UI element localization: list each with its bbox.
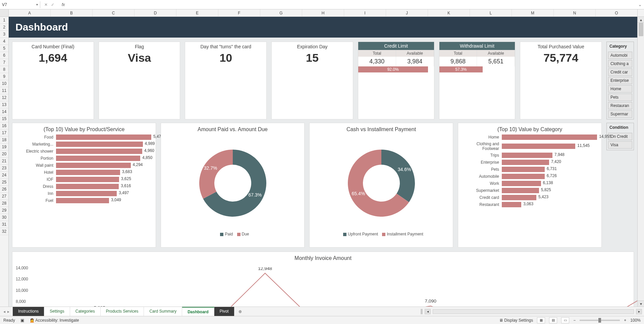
row-header[interactable]: 7 — [0, 59, 8, 66]
sheet-tab[interactable]: Categories — [70, 307, 101, 316]
row-header[interactable]: 28 — [0, 200, 8, 207]
accessibility-status[interactable]: 🙍 Accessibility: Investigate — [30, 318, 79, 323]
zoom-slider[interactable] — [580, 320, 620, 321]
sheet-tab[interactable]: Pivot — [214, 307, 234, 316]
slicer-item[interactable]: Automobi — [608, 52, 632, 59]
column-header[interactable]: H — [302, 9, 344, 16]
sheet-tab[interactable]: Card Summary — [144, 307, 182, 316]
column-header[interactable]: B — [51, 9, 93, 16]
name-box[interactable]: V7 ▾ — [0, 1, 40, 8]
sheet-tab[interactable]: Dashboard — [182, 307, 214, 316]
row-header[interactable]: 18 — [0, 137, 8, 144]
display-settings-button[interactable]: 🖥 Display Settings — [499, 318, 533, 323]
bar-value: 4,294 — [133, 162, 143, 167]
row-header[interactable]: 19 — [0, 144, 8, 151]
fx-label[interactable]: fx — [58, 2, 68, 7]
legend-label: Due — [242, 232, 249, 236]
row-header[interactable]: 27 — [0, 193, 8, 200]
page-break-view-button[interactable]: ▭ — [561, 317, 569, 323]
row-header[interactable]: 32 — [0, 228, 8, 235]
add-sheet-button[interactable]: ⊕ — [234, 309, 246, 314]
row-header[interactable]: 13 — [0, 101, 8, 108]
row-header[interactable]: 24 — [0, 172, 8, 179]
category-slicer[interactable]: Category AutomobiClothing aCredit carEnt… — [606, 42, 634, 119]
row-header[interactable]: 21 — [0, 158, 8, 165]
row-header[interactable]: 23 — [0, 165, 8, 172]
column-header[interactable]: C — [93, 9, 135, 16]
row-header[interactable]: 17 — [0, 129, 8, 137]
row-header[interactable]: 10 — [0, 80, 8, 87]
bar-fill — [502, 202, 521, 207]
slicer-item[interactable]: Restauran — [608, 102, 632, 109]
row-header[interactable]: 11 — [0, 87, 8, 94]
column-header[interactable]: N — [554, 9, 596, 16]
column-header[interactable]: I — [344, 9, 386, 16]
macro-record-icon[interactable]: ▣ — [20, 318, 24, 323]
namebox-dropdown-icon[interactable]: ▾ — [36, 3, 38, 6]
row-header[interactable]: 30 — [0, 214, 8, 221]
scroll-thumb[interactable] — [639, 23, 643, 36]
row-header[interactable]: 26 — [0, 186, 8, 193]
row-header[interactable]: 6 — [0, 52, 8, 59]
row-header[interactable]: 8 — [0, 66, 8, 73]
page-layout-view-button[interactable]: ▤ — [549, 317, 557, 323]
row-header[interactable]: 2 — [0, 24, 8, 31]
formula-input[interactable] — [68, 1, 636, 8]
cancel-icon[interactable]: ✕ — [44, 2, 48, 7]
tab-nav-last-icon[interactable]: ▸ — [7, 309, 9, 314]
column-header[interactable]: M — [512, 9, 554, 16]
zoom-out-button[interactable]: − — [573, 318, 576, 323]
tab-nav-first-icon[interactable]: ◂ — [3, 309, 5, 314]
scroll-down-arrow[interactable]: ▾ — [638, 301, 644, 307]
column-header[interactable]: O — [596, 9, 637, 16]
bar-row: Credit card5,423 — [462, 195, 597, 200]
row-header[interactable]: 31 — [0, 221, 8, 228]
slicer-item[interactable]: On Credit — [608, 133, 632, 140]
sheet-tab[interactable]: Products Services — [101, 307, 144, 316]
hscroll-right-arrow[interactable]: ▸ — [636, 309, 642, 314]
zoom-level[interactable]: 100% — [630, 318, 641, 323]
slicer-item[interactable]: Enterprise — [608, 77, 632, 84]
worksheet-area[interactable]: Dashboard Card Number (Final) 1,694 Flag… — [9, 17, 637, 307]
column-header[interactable]: F — [218, 9, 260, 16]
tab-split-handle[interactable] — [421, 309, 423, 314]
confirm-icon[interactable]: ✓ — [51, 2, 54, 7]
row-header[interactable]: 16 — [0, 122, 8, 129]
column-header[interactable]: J — [386, 9, 428, 16]
column-header[interactable]: L — [470, 9, 512, 16]
sheet-tab[interactable]: Instructions — [13, 307, 44, 316]
row-header[interactable]: 25 — [0, 179, 8, 186]
column-header[interactable]: K — [428, 9, 470, 16]
sheet-tab[interactable]: Settings — [44, 307, 70, 316]
column-header[interactable]: D — [135, 9, 176, 16]
horizontal-scrollbar[interactable] — [433, 309, 634, 314]
row-header[interactable]: 15 — [0, 115, 8, 122]
row-header[interactable]: 20 — [0, 151, 8, 158]
column-header[interactable]: G — [260, 9, 302, 16]
row-header[interactable]: 4 — [0, 38, 8, 45]
row-header[interactable]: 9 — [0, 73, 8, 80]
column-header[interactable]: A — [9, 9, 51, 16]
row-header[interactable]: 29 — [0, 207, 8, 214]
zoom-in-button[interactable]: + — [624, 318, 626, 323]
slicer-item[interactable]: Supermar — [608, 110, 632, 118]
hscroll-left-arrow[interactable]: ◂ — [425, 309, 431, 314]
row-header[interactable]: 1 — [0, 17, 8, 24]
slicer-item[interactable]: Credit car — [608, 68, 632, 76]
vertical-scrollbar[interactable]: ▴ ▾ — [637, 17, 644, 307]
slicer-item[interactable]: Clothing a — [608, 60, 632, 67]
slicer-item[interactable]: Pets — [608, 94, 632, 101]
row-header[interactable]: 5 — [0, 45, 8, 52]
row-header[interactable]: 14 — [0, 108, 8, 115]
bar-value: 6,731 — [547, 166, 557, 171]
formula-expand-icon[interactable]: ⌄ — [636, 2, 644, 7]
select-all-corner[interactable] — [0, 9, 9, 16]
bar-row: Home14,955 — [462, 134, 597, 140]
normal-view-button[interactable]: ▦ — [537, 317, 545, 323]
row-header[interactable]: 12 — [0, 94, 8, 101]
column-header[interactable]: E — [176, 9, 218, 16]
scroll-up-arrow[interactable]: ▴ — [638, 17, 644, 23]
row-header[interactable]: 3 — [0, 31, 8, 38]
slicer-item[interactable]: Visa — [608, 141, 632, 149]
slicer-item[interactable]: Home — [608, 85, 632, 93]
